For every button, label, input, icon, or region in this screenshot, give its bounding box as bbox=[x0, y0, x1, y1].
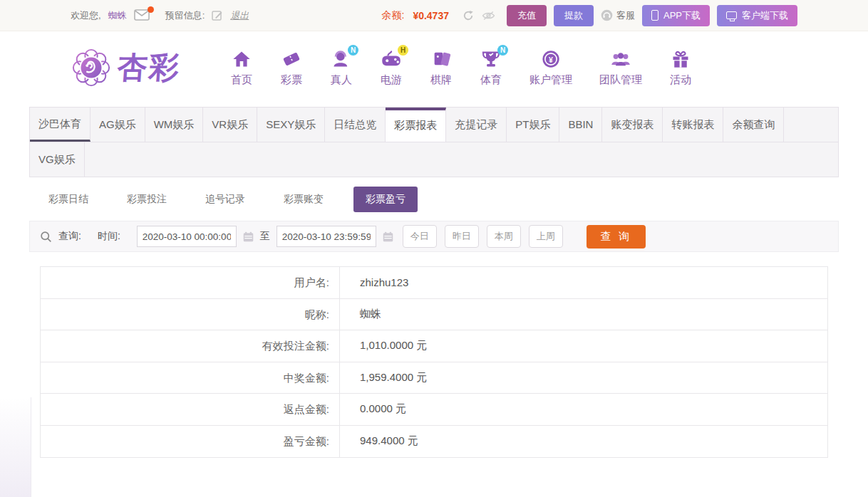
nav-item-boardgames[interactable]: 棋牌 bbox=[430, 48, 453, 87]
phone-icon bbox=[651, 10, 658, 21]
tab-ag[interactable]: AG娱乐 bbox=[91, 108, 145, 142]
table-row: 返点金额: 0.0000 元 bbox=[41, 394, 827, 426]
subtab-lottery-profit-loss[interactable]: 彩票盈亏 bbox=[353, 187, 418, 212]
team-icon bbox=[610, 49, 631, 69]
left-edge-decoration bbox=[0, 397, 31, 497]
header: 杏彩 首页 彩票 N 真人 H bbox=[0, 31, 868, 103]
subtab-lottery-bets[interactable]: 彩票投注 bbox=[118, 187, 175, 211]
refresh-icon[interactable] bbox=[462, 9, 475, 22]
table-row: 中奖金额: 1,959.4000 元 bbox=[41, 362, 827, 394]
app-download-button[interactable]: APP下载 bbox=[642, 5, 710, 26]
this-week-button[interactable]: 本周 bbox=[487, 225, 521, 248]
end-time-input[interactable] bbox=[277, 226, 376, 247]
logo-text: 杏彩 bbox=[116, 48, 182, 88]
row-label: 有效投注金额: bbox=[41, 330, 340, 362]
tab-transfer-report[interactable]: 转账报表 bbox=[663, 108, 723, 142]
tab-bbin[interactable]: BBIN bbox=[559, 108, 602, 142]
search-panel: 查询: 时间: 至 今日 昨日 本周 上周 查 询 bbox=[29, 221, 839, 252]
last-week-button[interactable]: 上周 bbox=[529, 225, 563, 248]
username-link[interactable]: 蜘蛛 bbox=[108, 9, 127, 22]
balance-value: ¥0.4737 bbox=[413, 10, 449, 21]
row-label: 昵称: bbox=[41, 299, 340, 330]
nav-item-egames[interactable]: H 电游 bbox=[380, 48, 403, 87]
tab-account-change-report[interactable]: 账变报表 bbox=[602, 108, 663, 142]
row-label: 返点金额: bbox=[41, 394, 340, 425]
yesterday-button[interactable]: 昨日 bbox=[445, 225, 479, 248]
row-label: 用户名: bbox=[41, 267, 340, 298]
calendar-icon-end[interactable] bbox=[383, 231, 393, 242]
main-content: 沙巴体育 AG娱乐 WM娱乐 VR娱乐 SEXY娱乐 日结总览 彩票报表 充提记… bbox=[29, 107, 839, 458]
client-download-button[interactable]: 客户端下载 bbox=[717, 5, 797, 26]
customer-service-button[interactable]: 客服 bbox=[601, 9, 635, 22]
logo-flower-icon bbox=[71, 47, 112, 88]
tab-shaba-sports[interactable]: 沙巴体育 bbox=[30, 108, 91, 142]
mail-icon[interactable] bbox=[134, 9, 151, 22]
tab-vg[interactable]: VG娱乐 bbox=[30, 142, 85, 177]
query-label: 查询: bbox=[58, 230, 81, 243]
tab-lottery-report[interactable]: 彩票报表 bbox=[386, 108, 446, 142]
gift-icon bbox=[671, 49, 691, 69]
query-submit-button[interactable]: 查 询 bbox=[587, 225, 646, 248]
row-value: 1,010.0000 元 bbox=[340, 339, 427, 352]
nav-item-live[interactable]: N 真人 bbox=[330, 48, 353, 87]
new-badge: N bbox=[497, 45, 508, 56]
today-button[interactable]: 今日 bbox=[403, 225, 437, 248]
edit-icon[interactable] bbox=[212, 10, 223, 21]
subtab-lottery-daily[interactable]: 彩票日结 bbox=[40, 187, 97, 211]
quick-range-buttons: 今日 昨日 本周 上周 bbox=[403, 225, 563, 248]
unread-dot bbox=[148, 6, 154, 13]
tab-pt[interactable]: PT娱乐 bbox=[507, 108, 559, 142]
cards-icon bbox=[431, 49, 451, 69]
subtab-lottery-account-change[interactable]: 彩票账变 bbox=[275, 187, 332, 211]
home-icon bbox=[232, 49, 252, 69]
calendar-icon-start[interactable] bbox=[243, 231, 254, 242]
row-label: 中奖金额: bbox=[41, 362, 340, 394]
client-download-label: 客户端下载 bbox=[742, 9, 788, 22]
row-value: 949.4000 元 bbox=[340, 434, 418, 448]
table-row: 盈亏金额: 949.4000 元 bbox=[41, 426, 827, 458]
balance-label: 余额: bbox=[381, 9, 404, 22]
tab-deposit-withdraw-records[interactable]: 充提记录 bbox=[446, 108, 507, 142]
monitor-icon bbox=[726, 11, 737, 19]
lottery-subtabs: 彩票日结 彩票投注 追号记录 彩票账变 彩票盈亏 bbox=[40, 187, 839, 212]
nav-item-promotions[interactable]: 活动 bbox=[669, 48, 692, 87]
table-row: 用户名: zhizhu123 bbox=[41, 267, 827, 299]
withdraw-button[interactable]: 提款 bbox=[554, 5, 594, 26]
tab-vr[interactable]: VR娱乐 bbox=[203, 108, 257, 142]
hot-badge: H bbox=[398, 45, 408, 56]
app-download-label: APP下载 bbox=[663, 9, 701, 22]
topbar: 欢迎您, 蜘蛛 预留信息: 退出 余额: ¥0.4737 充值 提款 bbox=[0, 0, 868, 31]
table-row: 昵称: 蜘蛛 bbox=[41, 299, 827, 331]
nav-item-team[interactable]: 团队管理 bbox=[599, 48, 642, 87]
row-value: 0.0000 元 bbox=[340, 402, 406, 416]
recharge-button[interactable]: 充值 bbox=[507, 5, 547, 26]
nav-item-home[interactable]: 首页 bbox=[230, 48, 253, 87]
site-logo[interactable]: 杏彩 bbox=[71, 47, 180, 88]
tab-daily-summary[interactable]: 日结总览 bbox=[325, 108, 386, 142]
start-time-input[interactable] bbox=[137, 226, 237, 247]
welcome-text: 欢迎您, bbox=[71, 9, 101, 22]
row-value: zhizhu123 bbox=[340, 276, 408, 288]
tab-sexy[interactable]: SEXY娱乐 bbox=[257, 108, 325, 142]
report-tabbar: 沙巴体育 AG娱乐 WM娱乐 VR娱乐 SEXY娱乐 日结总览 彩票报表 充提记… bbox=[29, 107, 839, 177]
search-icon bbox=[40, 231, 52, 243]
nav-item-sports[interactable]: N 体育 bbox=[480, 48, 502, 87]
new-badge: N bbox=[348, 45, 358, 56]
tab-wm[interactable]: WM娱乐 bbox=[145, 108, 204, 142]
time-label: 时间: bbox=[98, 230, 120, 243]
coin-yuan-icon: ¥ bbox=[541, 49, 561, 69]
nav-item-lottery[interactable]: 彩票 bbox=[280, 48, 303, 87]
tab-balance-query[interactable]: 余额查询 bbox=[723, 108, 784, 142]
logout-link[interactable]: 退出 bbox=[230, 9, 249, 22]
subtab-chase-records[interactable]: 追号记录 bbox=[197, 187, 254, 211]
row-value: 1,959.4000 元 bbox=[340, 371, 427, 384]
customer-service-label: 客服 bbox=[616, 9, 635, 22]
row-label: 盈亏金额: bbox=[41, 426, 340, 458]
profit-loss-table: 用户名: zhizhu123 昵称: 蜘蛛 有效投注金额: 1,010.0000… bbox=[40, 266, 828, 458]
nav-item-account[interactable]: ¥ 账户管理 bbox=[529, 48, 572, 87]
table-row: 有效投注金额: 1,010.0000 元 bbox=[41, 330, 827, 362]
hide-balance-eye-icon[interactable] bbox=[482, 10, 495, 21]
headset-icon bbox=[601, 9, 613, 21]
main-nav: 首页 彩票 N 真人 H 电游 bbox=[230, 48, 692, 87]
row-value: 蜘蛛 bbox=[340, 308, 381, 321]
